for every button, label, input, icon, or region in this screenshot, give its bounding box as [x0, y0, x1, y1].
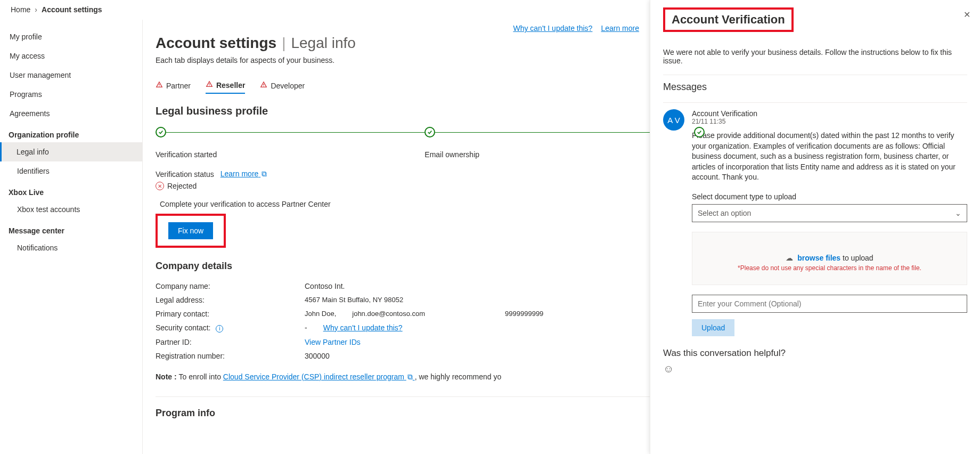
warning-icon [206, 80, 213, 90]
tab-developer[interactable]: Developer [260, 77, 305, 94]
verification-status-label: Verification status [156, 170, 214, 179]
breadcrumb-current: Account settings [42, 5, 102, 14]
title-divider: | [282, 35, 285, 52]
sidebar-item-agreements[interactable]: Agreements [0, 104, 142, 123]
tab-partner[interactable]: Partner [156, 77, 191, 94]
chevron-right-icon: › [35, 5, 37, 14]
check-icon [694, 127, 705, 137]
browse-files-link[interactable]: browse files [797, 254, 840, 262]
upload-dropzone[interactable]: ☁ browse files to upload *Please do not … [692, 232, 967, 285]
registration-number-label: Registration number: [156, 352, 305, 360]
step-1: Verification started [156, 127, 424, 159]
company-name-label: Company name: [156, 282, 305, 290]
document-type-select[interactable]: Select an option ⌄ [692, 204, 967, 222]
message-body: Please provide additional document(s) da… [692, 131, 967, 183]
select-label: Select document type to upload [692, 192, 967, 201]
warning-icon [260, 81, 267, 90]
chevron-down-icon: ⌄ [955, 209, 961, 217]
tab-partner-label: Partner [166, 82, 191, 90]
helpful-prompt: Was this conversation helpful? [663, 348, 967, 359]
sidebar-item-legal-info[interactable]: Legal info [0, 142, 142, 161]
legal-address-label: Legal address: [156, 296, 305, 304]
message-time: 21/11 11:35 [692, 118, 967, 125]
x-icon: ✕ [156, 182, 164, 190]
tab-reseller-label: Reseller [216, 81, 245, 90]
company-name-value: Contoso Int. [305, 282, 345, 290]
learn-more-link[interactable]: Learn more ⧉ [220, 169, 267, 179]
status-value: Rejected [167, 182, 197, 190]
check-icon [156, 127, 166, 137]
sidebar-heading-msg: Message center [0, 219, 142, 238]
primary-contact-email: john.doe@contoso.com [352, 310, 425, 318]
external-link-icon: ⧉ [262, 169, 267, 179]
breadcrumb-home[interactable]: Home [11, 5, 30, 14]
sidebar-item-xbox-test[interactable]: Xbox test accounts [0, 200, 142, 219]
external-link-icon: ⧉ [407, 372, 413, 382]
svg-point-3 [209, 85, 209, 86]
learn-more-company-link[interactable]: Learn more [601, 24, 639, 33]
note-prefix: Note : [156, 372, 179, 381]
step-2-label: Email ownership [424, 150, 479, 159]
why-cant-update-security-link[interactable]: Why can't I update this? [323, 323, 403, 333]
registration-number-value: 300000 [305, 352, 330, 360]
info-icon[interactable]: i [216, 325, 223, 333]
panel-title: Account Verification [672, 13, 785, 27]
cloud-upload-icon: ☁ [786, 254, 793, 262]
tab-developer-label: Developer [271, 82, 305, 90]
warning-icon [156, 81, 163, 90]
verification-panel: ✕ Account Verification We were not able … [650, 0, 980, 454]
sidebar-item-notifications[interactable]: Notifications [0, 238, 142, 257]
smiley-icon[interactable]: ☺ [663, 363, 967, 375]
why-cant-update-link[interactable]: Why can't I update this? [513, 24, 592, 33]
step-1-label: Verification started [156, 150, 217, 159]
primary-contact-label: Primary contact: [156, 310, 305, 318]
avatar: A V [663, 109, 684, 131]
sidebar-item-identifiers[interactable]: Identifiers [0, 161, 142, 181]
select-placeholder: Select an option [698, 209, 751, 217]
fix-now-highlight: Fix now [156, 214, 226, 248]
security-contact-value: - [305, 323, 307, 333]
svg-point-5 [264, 86, 264, 86]
page-title-main: Account settings [156, 35, 276, 52]
panel-desc: We were not able to verify your business… [663, 48, 967, 65]
upload-warning: *Please do not use any special character… [703, 264, 956, 272]
message-from: Account Verification [692, 109, 967, 118]
csp-program-link[interactable]: Cloud Service Provider (CSP) indirect re… [223, 372, 415, 381]
sidebar-item-my-profile[interactable]: My profile [0, 27, 142, 46]
legal-address-value: 4567 Main St Buffalo, NY 98052 [305, 296, 403, 304]
security-contact-label: Security contact: i [156, 323, 305, 333]
close-icon[interactable]: ✕ [963, 10, 970, 20]
upload-button[interactable]: Upload [692, 319, 734, 336]
tab-reseller[interactable]: Reseller [206, 77, 245, 94]
sidebar-item-user-management[interactable]: User management [0, 66, 142, 85]
sidebar-heading-xbox: Xbox Live [0, 181, 142, 200]
sidebar-item-my-access[interactable]: My access [0, 46, 142, 66]
primary-contact-name: John Doe, [305, 310, 336, 318]
sidebar-heading-org: Organization profile [0, 123, 142, 142]
view-partner-ids-link[interactable]: View Partner IDs [305, 338, 361, 346]
partner-id-label: Partner ID: [156, 338, 305, 346]
comment-input[interactable] [692, 295, 967, 313]
note-suffix: , we highly recommend yo [415, 372, 502, 381]
primary-contact-phone: 9999999999 [505, 310, 543, 318]
note-text: To enroll into [179, 372, 223, 381]
sidebar-item-programs[interactable]: Programs [0, 85, 142, 104]
check-icon [424, 127, 435, 137]
sidebar: My profile My access User management Pro… [0, 20, 143, 454]
panel-title-highlight: Account Verification [663, 7, 794, 32]
svg-point-1 [159, 86, 159, 86]
page-title-sub: Legal info [291, 35, 355, 52]
to-upload-text: to upload [843, 254, 873, 262]
fix-now-button[interactable]: Fix now [168, 222, 213, 239]
messages-heading: Messages [663, 82, 967, 93]
message: A V Account Verification 21/11 11:35 Ple… [663, 109, 967, 336]
